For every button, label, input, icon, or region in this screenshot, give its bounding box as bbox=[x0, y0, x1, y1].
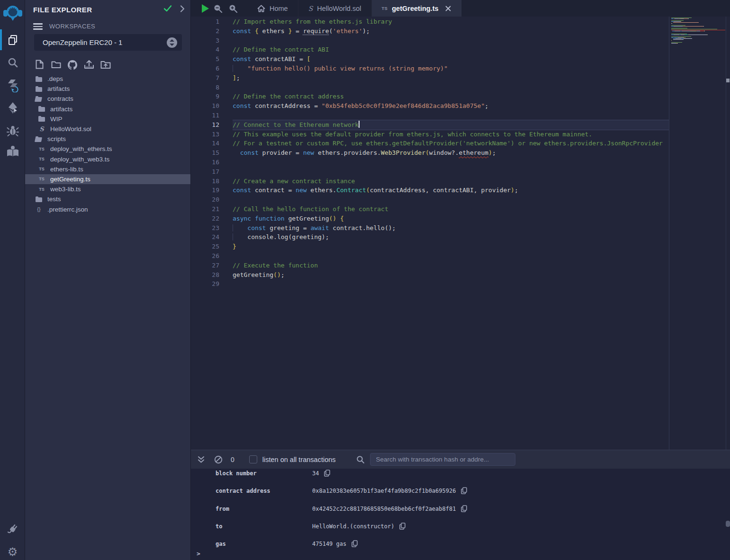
code-line[interactable]: 15 const provider = new ethers.providers… bbox=[191, 148, 669, 158]
code-line[interactable]: 12// Connect to the Ethereum network bbox=[191, 120, 669, 130]
code-line[interactable]: 3 bbox=[191, 36, 669, 45]
code-line[interactable]: 10const contractAddress = "0xb54febb5c0c… bbox=[191, 101, 669, 111]
minimap[interactable] bbox=[671, 18, 725, 45]
clear-console-icon[interactable] bbox=[214, 455, 223, 464]
sidebar-item-file-explorer[interactable] bbox=[0, 29, 25, 50]
new-file-icon[interactable] bbox=[33, 59, 45, 70]
line-number: 16 bbox=[191, 158, 219, 167]
workspaces-menu-icon[interactable] bbox=[33, 22, 43, 31]
code-line[interactable]: 21// Call the hello function of the cont… bbox=[191, 204, 669, 214]
file-tree-item[interactable]: TSdeploy_with_web3.ts bbox=[25, 154, 190, 164]
code-line[interactable]: 8 bbox=[191, 83, 669, 92]
code-line[interactable]: 2const { ethers } = require('ethers'); bbox=[191, 27, 669, 36]
terminal-scrollbar-thumb[interactable] bbox=[726, 521, 730, 527]
code-line[interactable]: 25} bbox=[191, 242, 669, 251]
run-script-button[interactable] bbox=[200, 0, 210, 17]
code-line[interactable]: 26 bbox=[191, 251, 669, 261]
code-line[interactable]: 14// For a testnet or custom RPC, use et… bbox=[191, 139, 669, 148]
code-line[interactable]: 23 const greeting = await contract.hello… bbox=[191, 223, 669, 233]
file-tree-item[interactable]: scripts bbox=[25, 134, 190, 144]
copy-icon[interactable] bbox=[461, 505, 467, 512]
line-number: 6 bbox=[191, 64, 219, 73]
zoom-in-button[interactable] bbox=[225, 0, 241, 17]
workspace-select[interactable]: OpenZeppelin ERC20 - 1 bbox=[34, 34, 182, 51]
code-editor[interactable]: 1// Import ethers from the ethers.js lib… bbox=[191, 17, 730, 450]
editor-column: Home S HelloWorld.sol TS getGreeting.ts … bbox=[191, 0, 730, 560]
expand-terminal-icon[interactable] bbox=[198, 456, 205, 463]
code-line[interactable]: 9// Define the contract address bbox=[191, 92, 669, 101]
terminal-row-value: 0x8a120383e6057b1f3aef4fa9b89c2f1b0a6959… bbox=[312, 488, 456, 494]
folder-icon bbox=[35, 76, 43, 82]
sidebar-item-solidity-compiler[interactable] bbox=[0, 75, 25, 96]
file-tree-item[interactable]: WIP bbox=[25, 114, 190, 124]
file-tree-item[interactable]: artifacts bbox=[25, 104, 190, 114]
terminal-rows: block number34contract address0x8a120383… bbox=[191, 469, 730, 557]
github-icon[interactable] bbox=[66, 59, 79, 70]
upload-file-icon[interactable] bbox=[83, 59, 95, 70]
code-line[interactable]: 24 console.log(greeting); bbox=[191, 232, 669, 242]
file-tree-item[interactable]: TSweb3-lib.ts bbox=[25, 184, 190, 194]
code-line[interactable]: 29 bbox=[191, 279, 669, 289]
file-tree-item[interactable]: contracts bbox=[25, 94, 190, 104]
code-line[interactable]: 19const contract = new ethers.Contract(c… bbox=[191, 186, 669, 195]
upload-folder-icon[interactable] bbox=[99, 59, 112, 70]
remix-ide-window: ⚙ FILE EXPLORER WORKSPACES OpenZeppelin … bbox=[0, 0, 730, 560]
code-line[interactable]: 16 bbox=[191, 158, 669, 167]
code-line[interactable]: 17 bbox=[191, 167, 669, 177]
file-name: WIP bbox=[50, 116, 63, 123]
terminal-prompt[interactable]: > bbox=[197, 550, 200, 557]
chevron-right-icon[interactable] bbox=[180, 5, 185, 14]
sidebar-item-deploy-and-run[interactable] bbox=[0, 98, 25, 117]
close-tab-icon[interactable] bbox=[445, 6, 451, 11]
file-tree-item[interactable]: SHelloWorld.sol bbox=[25, 124, 190, 134]
listen-transactions-checkbox[interactable] bbox=[249, 455, 257, 463]
code-line[interactable]: 22async function getGreeting() { bbox=[191, 214, 669, 223]
green-check-icon[interactable] bbox=[164, 5, 171, 14]
tab-getgreeting-ts[interactable]: TS getGreeting.ts bbox=[372, 0, 461, 17]
workspace-name: OpenZeppelin ERC20 - 1 bbox=[43, 38, 167, 46]
sidebar-item-search[interactable] bbox=[0, 54, 25, 71]
file-tree-item[interactable]: artifacts bbox=[25, 84, 190, 94]
gear-icon: ⚙ bbox=[8, 546, 18, 558]
file-tree-item[interactable]: TSdeploy_with_ethers.ts bbox=[25, 144, 190, 154]
file-tree-item[interactable]: TSethers-lib.ts bbox=[25, 164, 190, 174]
code-line[interactable]: 5const contractABI = [ bbox=[191, 54, 669, 64]
sidebar-item-learneth[interactable] bbox=[0, 143, 25, 160]
zoom-out-button[interactable] bbox=[210, 0, 225, 17]
sidebar-item-settings[interactable]: ⚙ bbox=[0, 543, 25, 560]
line-number: 5 bbox=[191, 54, 219, 64]
copy-icon[interactable] bbox=[351, 540, 358, 547]
code-line[interactable]: 20 bbox=[191, 195, 669, 204]
file-tree-item[interactable]: .deps bbox=[25, 74, 190, 84]
file-tree-item[interactable]: {}.prettierrc.json bbox=[25, 204, 190, 214]
tab-helloworld-sol[interactable]: S HelloWorld.sol bbox=[298, 0, 372, 17]
code-line[interactable]: 28getGreeting(); bbox=[191, 270, 669, 280]
file-tree-item[interactable]: TSgetGreeting.ts bbox=[25, 174, 190, 184]
terminal-row: gas475149 gas bbox=[191, 539, 730, 557]
copy-icon[interactable] bbox=[461, 487, 467, 494]
solidity-compiler-icon bbox=[6, 78, 19, 92]
code-line[interactable]: 6 "function hello() public view returns … bbox=[191, 64, 669, 73]
copy-icon[interactable] bbox=[399, 523, 406, 530]
workspace-updown-icon[interactable] bbox=[167, 37, 177, 48]
code-line[interactable]: 27// Execute the function bbox=[191, 261, 669, 270]
terminal-row-label: to bbox=[216, 523, 312, 530]
code-line[interactable]: 18// Create a new contract instance bbox=[191, 177, 669, 186]
file-tree-item[interactable]: tests bbox=[25, 194, 190, 204]
icon-rail: ⚙ bbox=[0, 0, 25, 560]
tab-home[interactable]: Home bbox=[247, 0, 298, 17]
code-line[interactable]: 1// Import ethers from the ethers.js lib… bbox=[191, 17, 669, 27]
code-line[interactable]: 7]; bbox=[191, 73, 669, 83]
code-line[interactable]: 13// This example uses the default provi… bbox=[191, 130, 669, 139]
sidebar-item-debugger[interactable] bbox=[0, 122, 25, 139]
copy-icon[interactable] bbox=[324, 470, 330, 477]
sidebar-item-plugin-manager[interactable] bbox=[0, 521, 25, 538]
overview-ruler[interactable] bbox=[726, 17, 730, 450]
line-number: 11 bbox=[191, 111, 219, 120]
code-line[interactable]: 4// Define the contract ABI bbox=[191, 45, 669, 54]
terminal-search-input[interactable] bbox=[370, 453, 515, 466]
code-line[interactable]: 11 bbox=[191, 111, 669, 120]
file-name: contracts bbox=[47, 95, 73, 102]
new-folder-icon[interactable] bbox=[50, 59, 62, 70]
listen-transactions-label: listen on all transactions bbox=[262, 456, 336, 463]
